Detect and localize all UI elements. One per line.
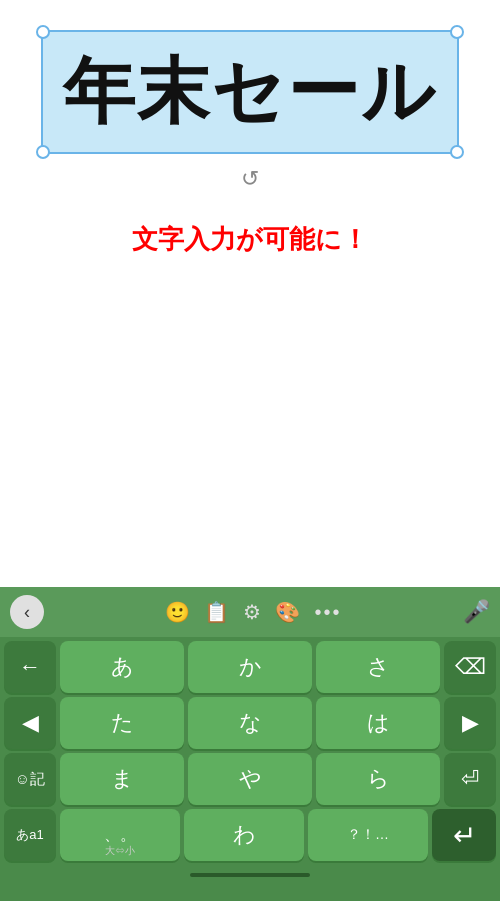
rotate-handle[interactable]: ↺ [241,166,259,192]
home-bar [190,873,310,877]
key-row-2: ◀ た な は ▶ [4,697,496,749]
handle-bottom-left[interactable] [36,145,50,159]
key-ha[interactable]: は [316,697,440,749]
handle-top-left[interactable] [36,25,50,39]
key-symbols[interactable]: ？！… [308,809,428,861]
settings-icon[interactable]: ⚙ [243,600,261,624]
key-enter[interactable]: ↵ [432,809,496,861]
key-mode-switch[interactable]: あa1 [4,809,56,861]
key-wa[interactable]: わ [184,809,304,861]
key-na[interactable]: な [188,697,312,749]
handle-bottom-right[interactable] [450,145,464,159]
key-row-4: あa1 、。 大⇔小 わ ？！… ↵ [4,809,496,861]
banner-text: 年末セール [63,44,437,140]
key-ya[interactable]: や [188,753,312,805]
key-ka[interactable]: か [188,641,312,693]
key-delete[interactable]: ⌫ [444,641,496,693]
more-options-icon[interactable]: ••• [314,601,341,624]
key-emoji-kigo[interactable]: ☺記 [4,753,56,805]
clipboard-icon[interactable]: 📋 [204,600,229,624]
palette-icon[interactable]: 🎨 [275,600,300,624]
key-ta[interactable]: た [60,697,184,749]
home-indicator [0,865,500,881]
keyboard-toolbar: ‹ 🙂 📋 ⚙ 🎨 ••• 🎤 [0,587,500,637]
keyboard-area: ‹ 🙂 📋 ⚙ 🎨 ••• 🎤 ← あ か さ ⌫ ◀ た な は ▶ [0,587,500,901]
key-punct-label: 、。 [104,825,136,846]
keyboard-rows: ← あ か さ ⌫ ◀ た な は ▶ ☺記 ま や ら ⏎ あa1 、。 大 [0,637,500,861]
key-a[interactable]: あ [60,641,184,693]
toolbar-icons: 🙂 📋 ⚙ 🎨 ••• [52,600,455,624]
input-possible-label: 文字入力が可能に！ [132,222,368,257]
key-sa[interactable]: さ [316,641,440,693]
key-punctuation[interactable]: 、。 大⇔小 [60,809,180,861]
text-box-container[interactable]: 年末セール [41,30,459,154]
canvas-area: 年末セール ↺ 文字入力が可能に！ [0,0,500,587]
handle-top-right[interactable] [450,25,464,39]
key-left-arrow[interactable]: ◀ [4,697,56,749]
emoji-icon[interactable]: 🙂 [165,600,190,624]
key-ma[interactable]: ま [60,753,184,805]
text-box-selection: 年末セール [41,30,459,154]
key-right-arrow[interactable]: ▶ [444,697,496,749]
key-back[interactable]: ← [4,641,56,693]
mic-icon[interactable]: 🎤 [463,599,490,625]
key-row-1: ← あ か さ ⌫ [4,641,496,693]
key-ra[interactable]: ら [316,753,440,805]
key-newline[interactable]: ⏎ [444,753,496,805]
keyboard-back-button[interactable]: ‹ [10,595,44,629]
key-row-3: ☺記 ま や ら ⏎ [4,753,496,805]
key-size-label: 大⇔小 [105,844,135,858]
